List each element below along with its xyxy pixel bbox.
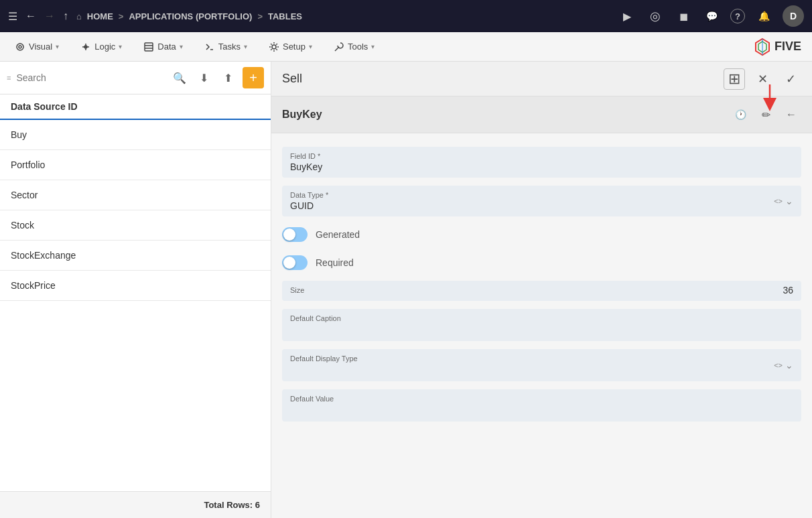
sidebar-item-portfolio[interactable]: Portfolio xyxy=(0,150,271,180)
sidebar-item-stockprice[interactable]: StockPrice xyxy=(0,271,271,301)
sidebar-item-sector[interactable]: Sector xyxy=(0,180,271,210)
display-type-chevron-icon[interactable]: ⌄ xyxy=(785,360,793,371)
sidebar-list: Buy Portfolio Sector Stock StockExchange… xyxy=(0,120,271,491)
default-display-type-field: Default Display Type <> ⌄ xyxy=(282,349,801,381)
svg-point-1 xyxy=(19,46,21,48)
svg-point-7 xyxy=(272,45,276,49)
search-input[interactable] xyxy=(16,72,165,83)
required-toggle[interactable] xyxy=(282,255,308,270)
chat-icon[interactable]: 💬 xyxy=(702,7,721,25)
toolbar-visual[interactable]: Visual ▾ xyxy=(11,39,63,55)
display-type-code-icon[interactable]: <> xyxy=(774,361,783,369)
default-display-type-label: Default Display Type xyxy=(290,354,358,363)
size-label: Size xyxy=(290,286,793,294)
download-icon[interactable]: ⬇ xyxy=(194,68,213,87)
five-logo-text: FIVE xyxy=(774,40,801,54)
data-type-chevron-icon[interactable]: ⌄ xyxy=(785,196,793,206)
svg-line-8 xyxy=(335,47,339,51)
generated-label: Generated xyxy=(316,229,360,240)
toolbar-setup[interactable]: Setup ▾ xyxy=(265,39,316,55)
field-id-field: Field ID * BuyKey xyxy=(282,147,801,178)
content-header: Sell ⊞ ✕ ✓ xyxy=(271,62,812,96)
data-type-value: GUID xyxy=(290,200,328,211)
toolbar-data[interactable]: Data ▾ xyxy=(139,39,186,55)
required-label: Required xyxy=(316,257,354,268)
toolbar-tools[interactable]: Tools ▾ xyxy=(330,39,379,55)
close-button[interactable]: ✕ xyxy=(752,68,773,90)
main-layout: ≡ 🔍 ⬇ ⬆ + Data Source ID Buy Portfolio S… xyxy=(0,62,812,518)
sidebar-item-buy[interactable]: Buy xyxy=(0,120,271,150)
breadcrumb-app[interactable]: APPLICATIONS (PORTFOLIO) xyxy=(129,11,252,21)
default-value-label: Default Value xyxy=(290,395,793,403)
add-button[interactable]: + xyxy=(243,67,264,88)
hamburger-icon[interactable]: ☰ xyxy=(8,10,17,23)
data-type-label: Data Type * xyxy=(290,191,328,199)
upload-icon[interactable]: ⬆ xyxy=(218,68,237,87)
breadcrumb-home[interactable]: HOME xyxy=(87,11,113,21)
grid-view-icon[interactable]: ⊞ xyxy=(724,68,745,90)
breadcrumb-tables[interactable]: TABLES xyxy=(268,11,302,21)
breadcrumb: ⌂ HOME > APPLICATIONS (PORTFOLIO) > TABL… xyxy=(76,11,302,21)
detail-title: BuyKey xyxy=(282,109,322,121)
search-icon[interactable]: ◎ xyxy=(646,7,665,25)
toolbar-logic[interactable]: Logic ▾ xyxy=(76,39,126,55)
default-caption-value xyxy=(290,324,793,336)
data-type-code-icon[interactable]: <> xyxy=(774,197,783,205)
main-toolbar: Visual ▾ Logic ▾ Data ▾ Tasks ▾ Setup ▾ … xyxy=(0,32,812,62)
size-field: Size 36 xyxy=(282,281,801,301)
content-panel: Sell ⊞ ✕ ✓ BuyKey 🕐 ✏ xyxy=(271,62,812,518)
search-icon[interactable]: 🔍 xyxy=(170,68,189,87)
forward-icon[interactable]: → xyxy=(44,10,55,22)
size-value: 36 xyxy=(783,285,793,296)
search-bar: ≡ 🔍 ⬇ ⬆ + xyxy=(0,62,271,94)
detail-header: BuyKey 🕐 ✏ ← xyxy=(271,96,812,133)
sidebar-item-stock[interactable]: Stock xyxy=(0,210,271,241)
content-title: Sell xyxy=(282,72,724,86)
default-value-value xyxy=(290,404,793,416)
field-id-label: Field ID * xyxy=(290,152,793,160)
required-toggle-row: Required xyxy=(282,253,801,273)
toolbar-tasks[interactable]: Tasks ▾ xyxy=(200,39,251,55)
breadcrumb-sep2: > xyxy=(257,11,263,21)
default-caption-label: Default Caption xyxy=(290,314,793,322)
five-logo: FIVE xyxy=(753,38,801,56)
data-type-field: Data Type * GUID <> ⌄ xyxy=(282,186,801,216)
sidebar-item-stockexchange[interactable]: StockExchange xyxy=(0,241,271,271)
up-icon[interactable]: ↑ xyxy=(63,10,68,22)
help-icon[interactable]: ? xyxy=(730,9,745,23)
avatar[interactable]: D xyxy=(783,5,804,27)
generated-toggle-row: Generated xyxy=(282,224,801,245)
back-icon[interactable]: ← xyxy=(25,10,36,22)
generated-toggle[interactable] xyxy=(282,227,308,242)
field-id-value: BuyKey xyxy=(290,161,793,172)
top-navigation: ☰ ← → ↑ ⌂ HOME > APPLICATIONS (PORTFOLIO… xyxy=(0,0,812,32)
default-value-field: Default Value xyxy=(282,389,801,422)
default-caption-field: Default Caption xyxy=(282,309,801,341)
history-icon[interactable]: 🕐 xyxy=(730,105,750,125)
detail-form: Field ID * BuyKey Data Type * GUID <> ⌄ … xyxy=(271,133,812,518)
default-display-type-value xyxy=(290,364,358,376)
notification-icon[interactable]: 🔔 xyxy=(754,7,773,25)
sidebar-column-header: Data Source ID xyxy=(0,94,271,120)
play-icon[interactable]: ▶ xyxy=(618,7,636,25)
svg-rect-3 xyxy=(145,43,153,51)
edit-icon[interactable]: ✏ xyxy=(756,105,776,125)
breadcrumb-sep1: > xyxy=(119,11,124,21)
back-icon[interactable]: ← xyxy=(781,105,801,125)
sidebar: ≡ 🔍 ⬇ ⬆ + Data Source ID Buy Portfolio S… xyxy=(0,62,271,518)
confirm-button[interactable]: ✓ xyxy=(780,68,801,90)
detail-header-icons: 🕐 ✏ ← xyxy=(730,105,801,125)
sidebar-footer: Total Rows: 6 xyxy=(0,491,271,518)
stop-icon[interactable]: ◼ xyxy=(674,7,693,25)
svg-point-0 xyxy=(17,44,23,50)
